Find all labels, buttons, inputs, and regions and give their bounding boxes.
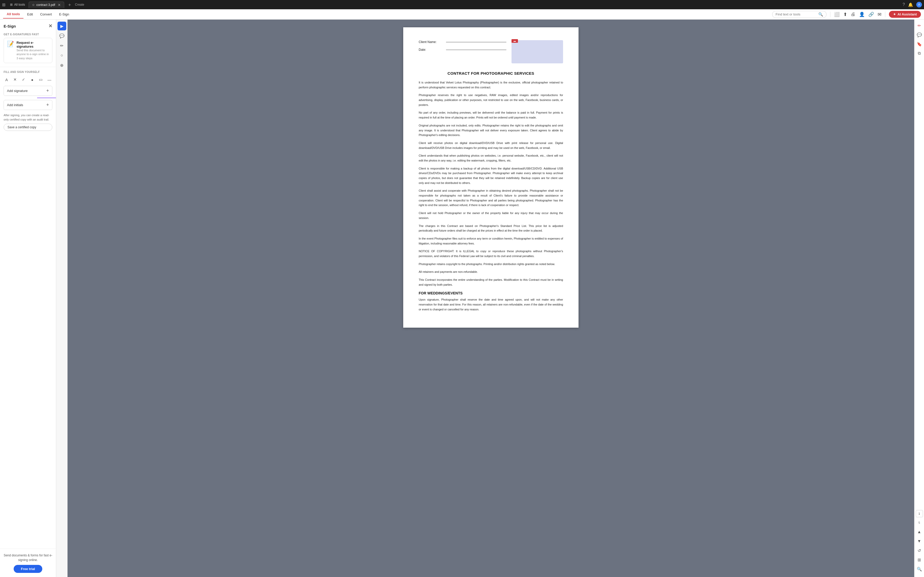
client-name-field: Client Name: [419,40,506,44]
toolbar-strip: ▶ 💬 ✏ ○ ⊕ [56,19,68,577]
date-line [446,50,506,50]
email-icon[interactable]: ✉ [877,11,882,17]
text-tool-button[interactable]: A [3,76,10,83]
save-to-cloud-icon[interactable]: ⬜ [834,11,840,17]
client-name-line [446,42,506,42]
notifications-icon[interactable]: 🔔 [908,2,913,7]
home-icon[interactable]: ⊞ [2,2,5,7]
pdf-para-14: This Contract incorporates the entire un… [419,277,563,287]
grid-icon: ⊞ [10,3,13,6]
titlebar-controls: ? 🔔 A [903,2,922,8]
page-number-box: 1 [916,510,923,517]
new-tab-button[interactable]: ＋ [65,1,74,8]
comment-tool-button[interactable]: 💬 [58,31,66,40]
pdf-section2-para: Upon signature, Photographer shall reser… [419,297,563,312]
panel-footer-text: Send documents & forms for fast e-signin… [3,553,52,562]
draw-tool-button[interactable]: ✏ [58,41,66,50]
ai-assistant-button[interactable]: ✦ AI Assistant [889,11,921,18]
arrow-indicator [0,97,56,99]
star-icon: ☆ [32,3,35,7]
page-total-label: 5 [918,521,920,524]
cross-tool-button[interactable]: ✕ [12,76,18,83]
pdf-para-7: Client shall assist and cooperate with P… [419,188,563,208]
free-trial-button[interactable]: Free trial [14,565,42,573]
toolbar-icons: ⬜ ⬆ 🖨 👤 🔗 ✉ [834,11,882,17]
get-esig-label: GET E-SIGNATURES FAST [0,31,56,37]
tab-group: ⊞ All tools ☆ contract 3.pdf ✕ ＋ Create [8,1,901,8]
scroll-up-button[interactable]: ▲ [916,528,923,536]
menu-esign[interactable]: E-Sign [55,10,73,18]
pdf-para-4: Client will receive photos on digital do… [419,141,563,150]
right-panel-bookmark-button[interactable]: 🔖 [916,40,923,48]
upload-icon[interactable]: ⬆ [843,11,847,17]
select-tool-button[interactable]: ▶ [58,22,66,31]
zoom-out-button[interactable]: 🔍 [916,565,923,573]
active-tab-label: contract 3.pdf [36,3,55,7]
rect-tool-button[interactable]: ▭ [38,76,44,83]
page-icon-button[interactable]: ⊞ [916,556,923,564]
all-tools-tab-label: All tools [14,3,25,6]
tab-close-button[interactable]: ✕ [58,3,61,7]
stamp-tool-button[interactable]: ⊕ [58,61,66,69]
esign-close-button[interactable]: ✕ [48,23,52,29]
divider [830,11,830,17]
menu-convert[interactable]: Convert [37,10,56,18]
titlebar: ⊞ ⊞ All tools ☆ contract 3.pdf ✕ ＋ Creat… [0,0,924,9]
pdf-para-3: Original photographs are not included, o… [419,123,563,137]
circle-tool-button[interactable]: ○ [58,51,66,60]
date-label: Date: [419,48,444,52]
save-certified-copy-button[interactable]: Save a certified copy [3,124,52,131]
pdf-fields: Client Name: Date: [419,40,506,56]
pdf-section2-title: FOR WEDDINGS/EVENTS [419,291,563,295]
pdf-area[interactable]: Client Name: Date: ▬ CONTRACT FOR PHOTOG… [68,19,914,577]
add-signature-plus-icon: + [46,88,49,93]
ai-icon: ✦ [893,12,896,16]
certified-copy-text: After signing, you can create a read-onl… [0,111,56,122]
right-panel-bottom: 1 5 ▲ ▼ ↺ ⊞ 🔍 [916,510,923,575]
tools-row: A ✕ ✓ ● ▭ — [0,74,56,85]
find-input[interactable] [775,12,817,16]
create-label: Create [75,3,84,6]
add-initials-button[interactable]: Add initials + [3,100,52,110]
help-icon[interactable]: ? [903,2,905,7]
ai-assistant-label: AI Assistant [897,12,917,16]
pdf-para-13: All retainers and payments are non-refun… [419,269,563,274]
esign-header: E-Sign ✕ [0,19,56,31]
pdf-page: Client Name: Date: ▬ CONTRACT FOR PHOTOG… [403,27,578,328]
print-icon[interactable]: 🖨 [851,11,855,17]
account-icon[interactable]: A [916,2,922,8]
add-initials-label: Add initials [7,103,23,107]
menubar-right: 🔍 ⬜ ⬆ 🖨 👤 🔗 ✉ ✦ AI Assistant [772,11,921,18]
red-tag: ▬ [512,39,518,43]
logo-placeholder: ▬ [512,40,563,63]
search-icon: 🔍 [818,12,823,17]
menu-edit[interactable]: Edit [23,10,36,18]
add-signature-button[interactable]: Add signature + [3,86,52,96]
scroll-down-button[interactable]: ▼ [916,537,923,545]
check-tool-button[interactable]: ✓ [21,76,27,83]
right-panel-copy-button[interactable]: ⧉ [916,50,923,57]
refresh-button[interactable]: ↺ [916,546,923,554]
pdf-para-12: Photographer retains copyright to the ph… [419,262,563,267]
link-icon[interactable]: 🔗 [868,11,874,17]
request-esignatures-card[interactable]: 📝 Request e-signatures Send this documen… [3,38,52,63]
share-icon[interactable]: 👤 [859,11,865,17]
active-tab[interactable]: ☆ contract 3.pdf ✕ [29,2,64,8]
main-layout: E-Sign ✕ GET E-SIGNATURES FAST 📝 Request… [0,19,924,577]
menu-all-tools[interactable]: All tools [3,10,23,19]
divider-1 [0,67,56,67]
pdf-para-8: Client will not hold Photographer or the… [419,211,563,220]
pdf-para-2: No part of any order, including previews… [419,110,563,120]
line-tool-button[interactable]: — [47,76,52,83]
pdf-title: CONTRACT FOR PHOTOGRAPHIC SERVICES [419,71,563,76]
right-panel-comment-button[interactable]: 💬 [916,31,923,39]
dot-tool-button[interactable]: ● [29,76,36,83]
all-tools-tab[interactable]: ⊞ All tools [8,2,27,8]
right-panel: ✏ 💬 🔖 ⧉ 1 5 ▲ ▼ ↺ ⊞ 🔍 [914,19,924,577]
pdf-para-10: In the event Photographer files suit to … [419,236,563,246]
find-box[interactable]: 🔍 [772,11,827,18]
esign-title: E-Sign [3,24,16,28]
pdf-para-6: Client is responsible for making a backu… [419,166,563,185]
right-panel-edit-button[interactable]: ✏ [916,22,923,29]
esign-panel: E-Sign ✕ GET E-SIGNATURES FAST 📝 Request… [0,19,56,577]
